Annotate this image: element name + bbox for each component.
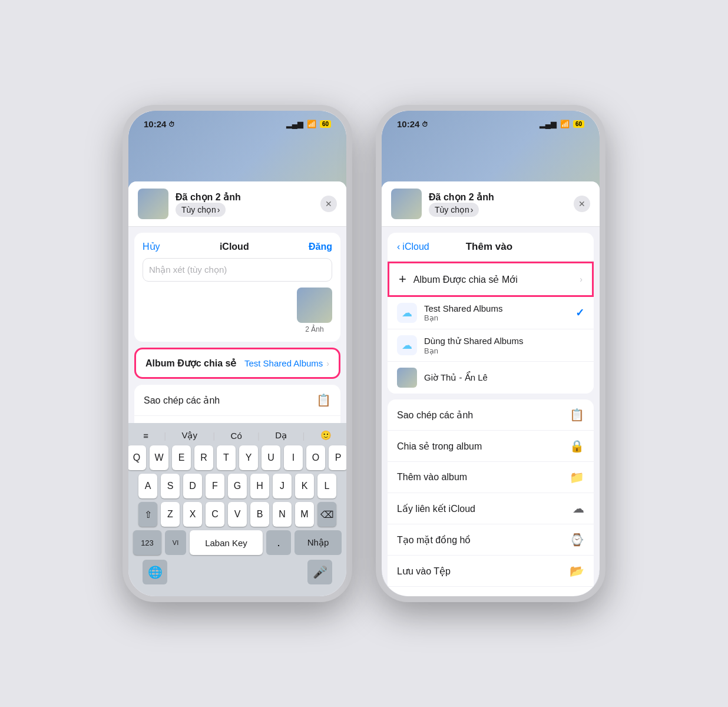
kb-key-z[interactable]: Z	[161, 502, 180, 527]
close-button-2[interactable]: ✕	[574, 196, 590, 212]
album-name-gio-thu: Giờ Thủ - Ẩn Lê	[424, 372, 584, 383]
album-item-gio-thu[interactable]: Giờ Thủ - Ẩn Lê	[388, 362, 594, 394]
them-vao-title: Thêm vào	[429, 241, 549, 253]
kb-key-c[interactable]: C	[206, 502, 224, 527]
kb-key-k[interactable]: K	[295, 474, 314, 498]
kb-suggest-da[interactable]: Dạ	[275, 430, 287, 441]
kb-suggest-1[interactable]: ≡	[143, 431, 148, 441]
kb-key-a[interactable]: A	[138, 474, 157, 498]
share-sheet-1: Đã chọn 2 ảnh Tùy chọn › ✕ Hủy iCloud Đă…	[128, 181, 346, 596]
share-thumbnail-1	[138, 189, 168, 219]
kb-key-d[interactable]: D	[183, 474, 202, 498]
cloud-icon-2: ☁	[397, 335, 417, 355]
phone-1: 10:24 ⏱ ▂▄▆ 📶 60 Đã chọn 2 ảnh Tùy chọn …	[123, 105, 352, 602]
kb-key-t[interactable]: T	[217, 445, 236, 470]
kb-key-enter[interactable]: Nhập	[294, 530, 342, 555]
kb-suggest-emoji[interactable]: 🙂	[320, 430, 332, 441]
album-item-dung-thu[interactable]: ☁ Dùng thử Shared Albums Bạn	[388, 329, 594, 362]
share-thumbnail-2	[391, 189, 422, 219]
status-bar-1: 10:24 ⏱ ▂▄▆ 📶 60	[128, 111, 346, 133]
kb-key-vi[interactable]: VI	[165, 530, 186, 555]
options-button-2[interactable]: Tùy chọn ›	[429, 203, 479, 217]
kb-row-1: Q W E R T Y U I O P	[131, 445, 344, 470]
kb-row-2: A S D F G H J K L	[131, 474, 344, 498]
kb-key-j[interactable]: J	[273, 474, 292, 498]
kb-key-r[interactable]: R	[194, 445, 213, 470]
action-files[interactable]: Lưu vào Tệp 📂	[388, 556, 594, 587]
highlighted-album-row-1[interactable]: Album Được chia sẻ Test Shared Albums ›	[134, 348, 340, 379]
kb-key-g[interactable]: G	[228, 474, 247, 498]
post-button-1[interactable]: Đăng	[309, 242, 332, 252]
kb-key-v[interactable]: V	[228, 502, 247, 527]
share-title-area-2: Đã chọn 2 ảnh Tùy chọn ›	[429, 191, 567, 217]
kb-suggest-co[interactable]: Có	[231, 431, 242, 441]
keyboard-1: ≡ | Vậy | Có | Dạ | 🙂 Q W E R T Y	[128, 423, 346, 596]
signal-icon-2: ▂▄▆	[540, 120, 557, 128]
files-icon: 📂	[570, 564, 584, 578]
cloud-icon-1: ☁	[397, 303, 417, 323]
kb-key-b[interactable]: B	[250, 502, 269, 527]
kb-key-q[interactable]: Q	[128, 445, 146, 470]
print-icon: 🖨	[573, 595, 584, 596]
status-bar-2: 10:24 ⏱ ▂▄▆ 📶 60	[382, 111, 600, 133]
options-button-1[interactable]: Tùy chọn ›	[176, 203, 226, 217]
status-icons-1: ▂▄▆ 📶 60	[286, 120, 331, 128]
kb-key-m[interactable]: M	[295, 502, 314, 527]
kb-key-e[interactable]: E	[172, 445, 191, 470]
watch-icon: ⌚	[570, 533, 584, 547]
album-item-test[interactable]: ☁ Test Shared Albums Bạn ✓	[388, 297, 594, 329]
kb-key-w[interactable]: W	[150, 445, 168, 470]
kb-key-n[interactable]: N	[273, 502, 292, 527]
kb-key-l[interactable]: L	[317, 474, 336, 498]
kb-key-i[interactable]: I	[284, 445, 303, 470]
status-time-2: 10:24 ⏱	[397, 119, 428, 129]
album-name-dung-thu: Dùng thử Shared Albums	[424, 336, 584, 346]
kb-key-o[interactable]: O	[306, 445, 325, 470]
phone-2: 10:24 ⏱ ▂▄▆ 📶 60 Đã chọn 2 ảnh Tùy chọn …	[376, 105, 605, 602]
chevron-icon-1: ›	[326, 359, 329, 368]
status-time-1: 10:24 ⏱	[144, 119, 175, 129]
kb-key-space[interactable]: Laban Key	[190, 530, 263, 555]
kb-key-shift[interactable]: ⇧	[138, 502, 157, 527]
kb-key-s[interactable]: S	[161, 474, 180, 498]
back-button-2[interactable]: ‹ iCloud	[397, 242, 429, 252]
plus-icon: +	[399, 272, 406, 287]
action-print[interactable]: In 🖨	[388, 587, 594, 596]
icloud-nav-1: Hủy iCloud Đăng	[143, 241, 332, 252]
kb-key-dot[interactable]: .	[266, 530, 291, 555]
kb-key-h[interactable]: H	[250, 474, 269, 498]
them-vao-header: ‹ iCloud Thêm vào	[388, 233, 594, 262]
action-copy-2[interactable]: Sao chép các ảnh 📋	[388, 399, 594, 431]
comment-input-1[interactable]: Nhận xét (tùy chọn)	[143, 258, 332, 282]
action-share-2[interactable]: Chia sẻ trong album 🔒	[388, 431, 594, 462]
action-add-album-2[interactable]: Thêm vào album 📁	[388, 462, 594, 493]
kb-bottom-row-1: 123 VI Laban Key . Nhập	[131, 530, 344, 555]
kb-key-delete[interactable]: ⌫	[317, 502, 336, 527]
cancel-button-1[interactable]: Hủy	[143, 241, 160, 252]
new-album-row[interactable]: + Album Được chia sẻ Mới ›	[388, 262, 594, 297]
action-icloud-link[interactable]: Lấy liên kết iCloud ☁	[388, 493, 594, 524]
album-owner-test: Bạn	[424, 313, 568, 322]
copy-icon-2: 📋	[570, 408, 584, 422]
share-top-2: Đã chọn 2 ảnh Tùy chọn › ✕	[382, 181, 600, 227]
icloud-link-icon: ☁	[573, 501, 584, 516]
signal-icon-1: ▂▄▆	[286, 120, 303, 128]
kb-key-mic[interactable]: 🎤	[307, 560, 332, 584]
action-row-copy[interactable]: Sao chép các ảnh 📋	[134, 385, 340, 416]
action-watch[interactable]: Tạo mặt đồng hồ ⌚	[388, 524, 594, 556]
kb-key-globe[interactable]: 🌐	[143, 560, 167, 584]
kb-key-y[interactable]: Y	[239, 445, 258, 470]
kb-suggestions-1: ≡ | Vậy | Có | Dạ | 🙂	[131, 428, 344, 445]
kb-key-x[interactable]: X	[183, 502, 202, 527]
album-thumb-gio-thu	[397, 368, 417, 388]
kb-key-p[interactable]: P	[329, 445, 346, 470]
kb-suggest-vay[interactable]: Vậy	[181, 430, 197, 441]
wifi-icon-2: 📶	[560, 120, 570, 128]
copy-icon: 📋	[316, 393, 331, 407]
wifi-icon-1: 📶	[307, 120, 316, 128]
share-title-1: Đã chọn 2 ảnh	[176, 191, 313, 203]
kb-key-123[interactable]: 123	[133, 530, 161, 555]
close-button-1[interactable]: ✕	[320, 196, 337, 212]
kb-key-f[interactable]: F	[206, 474, 224, 498]
kb-key-u[interactable]: U	[262, 445, 280, 470]
